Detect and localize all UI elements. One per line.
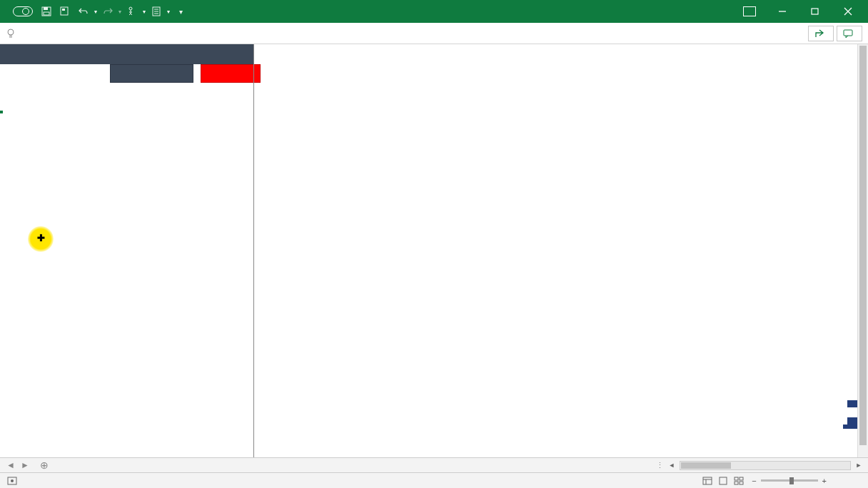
zoom-in-icon[interactable]: + <box>822 477 827 485</box>
touch-mode-icon[interactable] <box>124 4 140 19</box>
sheet-tab-bar: ◄ ► ⊕ ⋮ ◄ ► <box>0 457 868 472</box>
zoom-slider[interactable] <box>761 479 818 482</box>
close-icon[interactable] <box>832 1 864 21</box>
svg-rect-25 <box>740 477 743 480</box>
maximize-icon[interactable] <box>799 1 831 21</box>
autosave-toggle[interactable] <box>6 5 36 18</box>
customize-qat-icon[interactable]: ▾ <box>173 4 188 19</box>
minimize-icon[interactable] <box>767 1 798 21</box>
section-subtitle <box>0 64 110 83</box>
macro-record-icon[interactable] <box>7 477 17 485</box>
svg-rect-3 <box>61 7 68 15</box>
svg-rect-17 <box>844 30 852 36</box>
svg-point-19 <box>11 479 14 482</box>
svg-rect-11 <box>812 9 818 14</box>
hscroll-left-icon[interactable]: ◄ <box>667 460 677 470</box>
status-bar: − + <box>0 472 868 488</box>
status-ready <box>0 477 700 485</box>
horizontal-scrollbar[interactable] <box>680 461 851 470</box>
svg-rect-4 <box>62 9 65 11</box>
sheet-nav-prev-icon[interactable]: ◄ <box>4 460 17 470</box>
svg-rect-23 <box>720 477 727 484</box>
svg-rect-1 <box>44 7 48 10</box>
share-icon <box>814 29 824 39</box>
delete-button[interactable] <box>201 64 261 83</box>
svg-rect-27 <box>740 482 743 484</box>
zoom-out-icon[interactable]: − <box>752 477 756 485</box>
add-member-button[interactable] <box>110 64 193 83</box>
save-autorecovery-icon[interactable] <box>57 4 73 19</box>
tell-me-search[interactable] <box>6 29 808 39</box>
hscroll-right-icon[interactable]: ► <box>854 460 864 470</box>
section-title <box>0 44 253 64</box>
scrollbar-thumb[interactable] <box>859 46 867 445</box>
svg-point-14 <box>8 29 14 35</box>
svg-rect-26 <box>735 482 738 484</box>
sheet-nav-next-icon[interactable]: ► <box>19 460 31 470</box>
toggle-off-icon <box>13 6 33 16</box>
comments-button[interactable] <box>837 26 862 41</box>
ribbon-display-icon[interactable] <box>734 1 765 21</box>
watermark <box>843 367 857 429</box>
svg-rect-2 <box>44 12 49 15</box>
share-button[interactable] <box>808 26 834 41</box>
lightbulb-icon <box>6 29 16 39</box>
save-icon[interactable] <box>39 4 54 19</box>
svg-rect-24 <box>735 477 738 480</box>
new-sheet-button[interactable]: ⊕ <box>36 459 53 471</box>
redo-icon[interactable] <box>100 4 116 19</box>
svg-rect-20 <box>703 477 712 484</box>
ribbon-tabs <box>0 23 868 44</box>
vertical-scrollbar[interactable]: ▲ <box>857 44 868 457</box>
normal-view-icon[interactable] <box>700 475 715 487</box>
cell-cursor-icon: ✚ <box>37 233 45 243</box>
worksheet-area[interactable]: ✚ <box>0 44 857 457</box>
undo-icon[interactable] <box>76 4 91 19</box>
svg-point-5 <box>129 7 132 10</box>
page-break-view-icon[interactable] <box>732 475 746 487</box>
comment-icon <box>843 29 853 39</box>
form-icon[interactable] <box>148 4 164 19</box>
title-bar: ▾ ▾ ▾ ▾ ▾ <box>0 0 868 23</box>
page-layout-view-icon[interactable] <box>716 475 730 487</box>
